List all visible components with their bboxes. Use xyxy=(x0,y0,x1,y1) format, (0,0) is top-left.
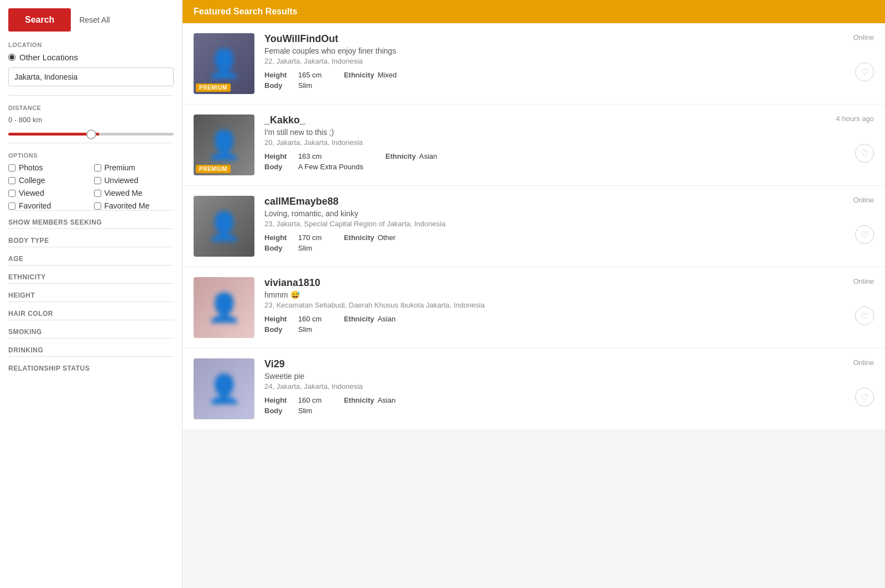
result-photo-1[interactable]: 👤 PREMIUM xyxy=(194,115,254,175)
reset-link[interactable]: Reset All xyxy=(79,15,110,24)
filter-show-members[interactable]: SHOW MEMBERS SEEKING xyxy=(8,210,174,228)
result-card-0: 👤 PREMIUM YouWillFindOut Female couples … xyxy=(183,23,885,105)
favorite-button-4[interactable]: ♡ xyxy=(855,388,874,407)
tagline-3: hmmm 😅 xyxy=(264,290,874,299)
location-0: 22, Jakarta, Jakarta, Indonesia xyxy=(264,57,874,65)
distance-section-label: DISTANCE xyxy=(8,105,174,111)
filter-smoking[interactable]: SMOKING xyxy=(8,320,174,338)
result-info-2: callMEmaybe88 Loving, romantic, and kink… xyxy=(264,196,874,252)
other-locations-option[interactable]: Other Locations xyxy=(8,53,174,62)
viewed-me-checkbox[interactable] xyxy=(94,190,101,197)
body-val-3: Slim xyxy=(298,325,312,334)
details-0: Height 165 cm Body Slim Ethnicity Mixed xyxy=(264,71,874,90)
detail-col-right-4: Ethnicity Asian xyxy=(344,396,396,415)
ethnicity-val-2: Other xyxy=(378,233,396,242)
ethnicity-row-0: Ethnicity Mixed xyxy=(344,71,397,79)
username-0[interactable]: YouWillFindOut xyxy=(264,33,874,45)
filter-height[interactable]: HEIGHT xyxy=(8,283,174,301)
result-photo-0[interactable]: 👤 PREMIUM xyxy=(194,33,254,94)
ethnicity-val-1: Asian xyxy=(419,152,438,160)
ethnicity-key-0: Ethnicity xyxy=(344,71,374,79)
result-meta-4: Online ♡ xyxy=(853,358,874,407)
detail-col-right-2: Ethnicity Other xyxy=(344,233,396,252)
status-4: Online xyxy=(853,358,874,367)
favorite-button-0[interactable]: ♡ xyxy=(855,63,874,81)
premium-checkbox[interactable] xyxy=(94,164,101,171)
height-val-2: 170 cm xyxy=(298,233,322,242)
viewed-checkbox[interactable] xyxy=(8,190,15,197)
unviewed-label: Unviewed xyxy=(105,176,138,185)
status-1: 4 hours ago xyxy=(836,115,874,123)
ethnicity-key-4: Ethnicity xyxy=(344,396,374,404)
body-key-2: Body xyxy=(264,244,295,252)
filter-age[interactable]: AGE xyxy=(8,247,174,265)
height-key-0: Height xyxy=(264,71,295,79)
photo-blur-2: 👤 xyxy=(194,196,254,257)
result-info-4: Vi29 Sweetie pie 24, Jakarta, Jakarta, I… xyxy=(264,358,874,415)
option-viewed[interactable]: Viewed xyxy=(8,189,88,197)
other-locations-label: Other Locations xyxy=(19,53,78,62)
location-input[interactable] xyxy=(8,67,174,86)
option-favorited[interactable]: Favorited xyxy=(8,201,88,210)
filter-ethnicity[interactable]: ETHNICITY xyxy=(8,265,174,283)
filter-drinking[interactable]: DRINKING xyxy=(8,338,174,356)
favorited-checkbox[interactable] xyxy=(8,202,15,210)
option-unviewed[interactable]: Unviewed xyxy=(94,176,174,185)
favorite-button-3[interactable]: ♡ xyxy=(855,306,874,325)
ethnicity-row-1: Ethnicity Asian xyxy=(386,152,438,160)
filter-relationship-status[interactable]: RELATIONSHIP STATUS xyxy=(8,356,174,374)
filter-body-type[interactable]: BODY TYPE xyxy=(8,228,174,247)
photos-checkbox[interactable] xyxy=(8,164,15,171)
body-val-1: A Few Extra Pounds xyxy=(298,163,363,171)
location-1: 20, Jakarta, Jakarta, Indonesia xyxy=(264,138,874,147)
distance-slider[interactable] xyxy=(8,133,174,136)
result-meta-0: Online ♡ xyxy=(853,33,874,81)
status-0: Online xyxy=(853,33,874,41)
divider-1 xyxy=(8,95,174,96)
favorite-button-1[interactable]: ♡ xyxy=(855,144,874,163)
result-photo-2[interactable]: 👤 xyxy=(194,196,254,257)
result-card-3: 👤 viviana1810 hmmm 😅 23, Kecamatan Setia… xyxy=(183,267,885,348)
height-row-3: Height 160 cm xyxy=(264,315,322,323)
status-2: Online xyxy=(853,196,874,204)
option-photos[interactable]: Photos xyxy=(8,163,88,172)
ethnicity-val-0: Mixed xyxy=(378,71,397,79)
height-val-4: 160 cm xyxy=(298,396,322,404)
username-4[interactable]: Vi29 xyxy=(264,358,874,370)
unviewed-checkbox[interactable] xyxy=(94,177,101,184)
height-row-1: Height 163 cm xyxy=(264,152,363,160)
option-viewed-me[interactable]: Viewed Me xyxy=(94,189,174,197)
detail-col-left-1: Height 163 cm Body A Few Extra Pounds xyxy=(264,152,363,171)
option-college[interactable]: College xyxy=(8,176,88,185)
viewed-me-label: Viewed Me xyxy=(105,189,143,197)
filter-hair-color[interactable]: HAIR COLOR xyxy=(8,301,174,320)
college-checkbox[interactable] xyxy=(8,177,15,184)
favorite-button-2[interactable]: ♡ xyxy=(855,225,874,244)
body-val-0: Slim xyxy=(298,81,312,90)
tagline-1: I'm still new to this ;) xyxy=(264,128,874,137)
tagline-4: Sweetie pie xyxy=(264,372,874,381)
search-button[interactable]: Search xyxy=(8,8,71,32)
option-favorited-me[interactable]: Favorited Me xyxy=(94,201,174,210)
result-photo-4[interactable]: 👤 xyxy=(194,358,254,419)
search-row: Search Reset All xyxy=(8,8,174,32)
height-val-1: 163 cm xyxy=(298,152,322,160)
result-photo-3[interactable]: 👤 xyxy=(194,277,254,338)
details-4: Height 160 cm Body Slim Ethnicity Asian xyxy=(264,396,874,415)
option-premium[interactable]: Premium xyxy=(94,163,174,172)
results-list: 👤 PREMIUM YouWillFindOut Female couples … xyxy=(183,23,885,429)
body-row-4: Body Slim xyxy=(264,407,322,415)
options-section-label: OPTIONS xyxy=(8,152,174,159)
username-3[interactable]: viviana1810 xyxy=(264,277,874,289)
photo-blur-3: 👤 xyxy=(194,277,254,338)
location-3: 23, Kecamatan Setiabudi, Daerah Khusus I… xyxy=(264,301,874,309)
other-locations-radio[interactable] xyxy=(8,54,15,61)
ethnicity-row-2: Ethnicity Other xyxy=(344,233,396,242)
favorited-me-checkbox[interactable] xyxy=(94,202,101,210)
username-2[interactable]: callMEmaybe88 xyxy=(264,196,874,207)
result-card-2: 👤 callMEmaybe88 Loving, romantic, and ki… xyxy=(183,186,885,267)
ethnicity-row-4: Ethnicity Asian xyxy=(344,396,396,404)
username-1[interactable]: _Kakko_ xyxy=(264,115,874,126)
body-row-3: Body Slim xyxy=(264,325,322,334)
location-2: 23, Jakarta, Special Capital Region of J… xyxy=(264,220,874,228)
